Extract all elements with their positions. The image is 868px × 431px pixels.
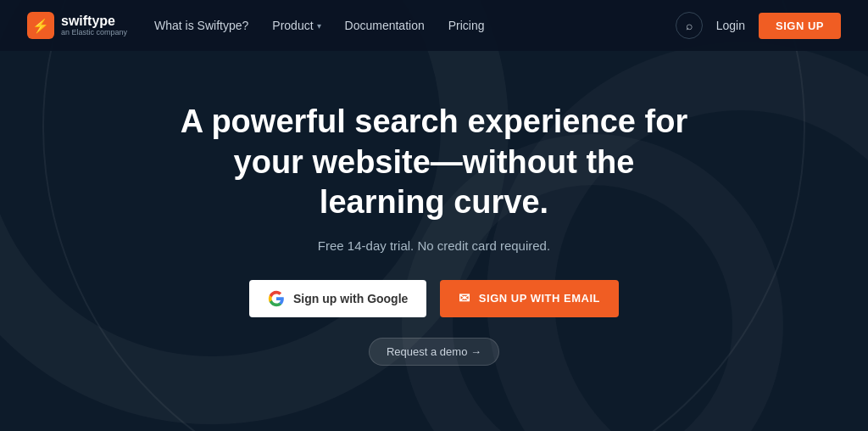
- google-signup-label: Sign up with Google: [293, 292, 408, 305]
- nav-links: What is Swiftype? Product ▾ Documentatio…: [154, 19, 676, 32]
- nav-signup-button[interactable]: SIGN UP: [759, 13, 841, 39]
- hero-section: A powerful search experience for your we…: [0, 51, 868, 366]
- chevron-down-icon: ▾: [317, 21, 321, 31]
- brand-tagline: an Elastic company: [61, 28, 127, 37]
- login-button[interactable]: Login: [716, 19, 745, 32]
- nav-item-product[interactable]: Product ▾: [272, 19, 320, 32]
- demo-link[interactable]: Request a demo →: [369, 338, 499, 366]
- nav-item-what-is-swiftype[interactable]: What is Swiftype?: [154, 19, 248, 32]
- email-signup-button[interactable]: ✉ SIGN UP WITH EMAIL: [440, 280, 619, 317]
- logo-text: swiftype an Elastic company: [61, 14, 127, 37]
- logo-icon: ⚡: [27, 12, 54, 39]
- search-button[interactable]: ⌕: [676, 12, 703, 39]
- navbar: ⚡ swiftype an Elastic company What is Sw…: [0, 0, 868, 51]
- google-icon: [268, 290, 285, 307]
- google-signup-button[interactable]: Sign up with Google: [249, 280, 426, 317]
- search-icon: ⌕: [686, 19, 693, 32]
- nav-right: ⌕ Login SIGN UP: [676, 12, 841, 39]
- envelope-icon: ✉: [459, 290, 470, 306]
- nav-item-documentation[interactable]: Documentation: [345, 19, 425, 32]
- nav-item-pricing[interactable]: Pricing: [448, 19, 485, 32]
- lightning-icon: ⚡: [32, 18, 49, 34]
- cta-buttons: Sign up with Google ✉ SIGN UP WITH EMAIL: [249, 280, 619, 317]
- hero-subtitle: Free 14-day trial. No credit card requir…: [318, 238, 550, 253]
- email-signup-label: SIGN UP WITH EMAIL: [479, 292, 600, 305]
- logo[interactable]: ⚡ swiftype an Elastic company: [27, 12, 127, 39]
- brand-name: swiftype: [61, 14, 127, 29]
- hero-title: A powerful search experience for your we…: [171, 102, 697, 223]
